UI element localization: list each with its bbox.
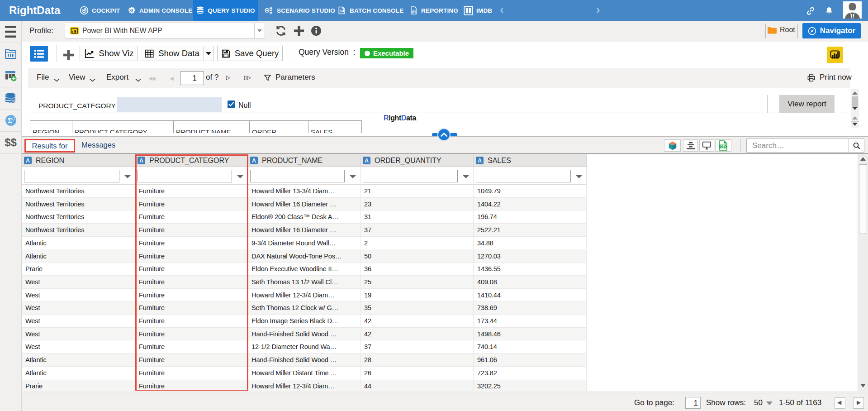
svg-text:Σ: Σ bbox=[7, 117, 12, 124]
svg-text:rd: rd bbox=[12, 99, 14, 102]
svg-text:CSV: CSV bbox=[720, 145, 726, 148]
